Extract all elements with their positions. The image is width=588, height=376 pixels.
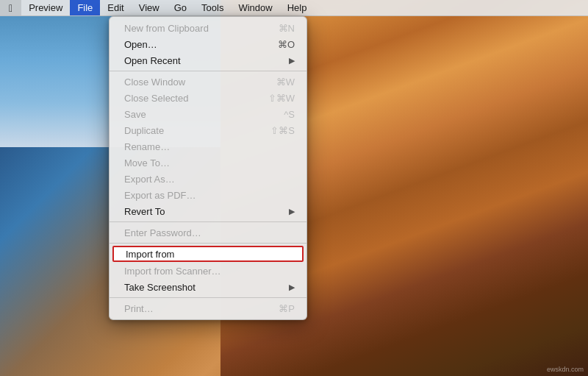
menu-item-duplicate[interactable]: Duplicate ⇧⌘S	[110, 122, 306, 138]
menubar-tools[interactable]: Tools	[194, 0, 231, 15]
menu-item-take-screenshot[interactable]: Take Screenshot ▶	[110, 279, 306, 295]
menu-item-close-window[interactable]: Close Window ⌘W	[110, 74, 306, 90]
menu-item-import-from[interactable]: Import from	[112, 246, 304, 262]
menu-item-print[interactable]: Print… ⌘P	[110, 300, 306, 316]
menu-item-export-as[interactable]: Export As…	[110, 171, 306, 187]
menu-item-enter-password[interactable]: Enter Password…	[110, 224, 306, 241]
menubar-go[interactable]: Go	[167, 0, 194, 15]
menu-item-open[interactable]: Open… ⌘O	[110, 36, 306, 52]
menu-item-move-to[interactable]: Move To…	[110, 155, 306, 171]
menubar-edit[interactable]: Edit	[100, 0, 131, 15]
menubar-help[interactable]: Help	[280, 0, 315, 15]
file-dropdown-menu: New from Clipboard ⌘N Open… ⌘O Open Rece…	[109, 16, 307, 320]
menu-item-export-pdf[interactable]: Export as PDF…	[110, 187, 306, 203]
menubar:  Preview File Edit View Go Tools Window…	[0, 0, 588, 16]
menu-item-new-clipboard[interactable]: New from Clipboard ⌘N	[110, 20, 306, 36]
menubar-window[interactable]: Window	[231, 0, 279, 15]
menubar-preview[interactable]: Preview	[21, 0, 70, 15]
watermark: ewskdn.com	[547, 366, 584, 373]
menu-item-rename[interactable]: Rename…	[110, 138, 306, 155]
apple-menu[interactable]: 	[0, 0, 21, 15]
separator-2	[110, 221, 306, 222]
menubar-view[interactable]: View	[132, 0, 167, 15]
menu-item-import-scanner[interactable]: Import from Scanner…	[110, 263, 306, 279]
separator-4	[110, 297, 306, 298]
separator-3	[110, 243, 306, 244]
menu-item-open-recent[interactable]: Open Recent ▶	[110, 52, 306, 68]
menu-item-save[interactable]: Save ^S	[110, 106, 306, 122]
menubar-file[interactable]: File	[70, 0, 100, 15]
menu-item-close-selected[interactable]: Close Selected ⇧⌘W	[110, 90, 306, 106]
menu-item-revert-to[interactable]: Revert To ▶	[110, 203, 306, 219]
separator-1	[110, 71, 306, 71]
